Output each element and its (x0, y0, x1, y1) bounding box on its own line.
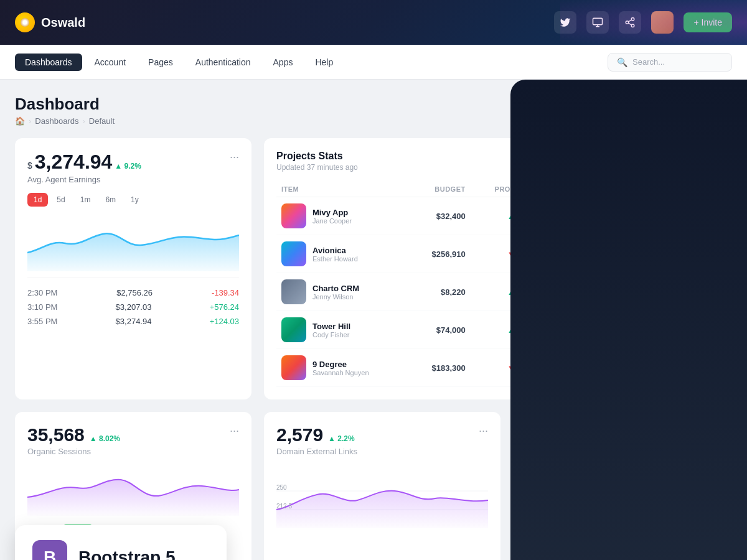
project-progress-1: ▼ 0.4% (471, 235, 541, 273)
sessions-chart (27, 466, 239, 516)
earnings-row-2: 3:10 PM $3,207.03 +576.24 (27, 300, 239, 314)
invite-button[interactable]: + Invite (684, 12, 732, 32)
earnings-label: Avg. Agent Earnings (27, 175, 141, 184)
social-type-1: Social Media (552, 514, 591, 521)
earnings-more-button[interactable]: ··· (230, 151, 239, 164)
project-thumb-1 (281, 241, 306, 266)
social-change-1: ▼ 0.4% (693, 508, 720, 517)
domain-more-button[interactable]: ··· (479, 424, 488, 437)
social-list: 🏀 Dribbble Community 579 ▲ 2.6% in Linke… (525, 464, 720, 560)
bootstrap-text: Bootstrap 5 (78, 548, 176, 560)
nav-item-account[interactable]: Account (85, 54, 136, 71)
social-type-0: Community (552, 481, 586, 488)
social-count-1: 1,088 (662, 508, 682, 518)
projects-header: Projects Stats Updated 37 minutes ago Hi… (276, 151, 720, 172)
social-text-1: Linked In Social Media (552, 505, 591, 521)
project-arrow-3[interactable]: → (685, 321, 703, 338)
svg-text:250: 250 (276, 484, 287, 491)
topbar-icon-monitor[interactable] (586, 11, 609, 34)
change-1: -139.34 (212, 288, 239, 297)
time-filter-1d[interactable]: 1d (27, 193, 48, 207)
reports-button[interactable]: Reports (682, 95, 732, 116)
col-progress: PROGRESS (471, 182, 541, 197)
project-view-3[interactable]: → (680, 311, 720, 349)
social-value: 5,037 (525, 424, 572, 446)
search-bar: 🔍 (608, 53, 732, 72)
domain-chart: 250 212.5 (276, 466, 488, 528)
nav-item-authentication[interactable]: Authentication (186, 54, 261, 71)
top-actions: + Invite (554, 11, 732, 34)
project-name-1: Avionica (312, 246, 358, 255)
navbar: Dashboards Account Pages Authentication … (0, 45, 747, 80)
nav-item-apps[interactable]: Apps (263, 54, 303, 71)
topbar-icon-share[interactable] (619, 11, 641, 34)
user-avatar[interactable] (651, 11, 674, 34)
social-more-button[interactable]: ··· (710, 424, 720, 437)
domain-info: 2,579 ▲ 2.2% Domain External Links (276, 424, 357, 456)
project-progress-4: ▼ 0.4% (471, 349, 541, 387)
value-1: $2,756.26 (116, 288, 153, 297)
social-text-0: Dribbble Community (552, 472, 586, 488)
projects-title-area: Projects Stats Updated 37 minutes ago (276, 151, 358, 172)
value-2: $3,207.03 (116, 302, 152, 312)
social-icon-2: 💬 (525, 536, 545, 556)
nav-item-help[interactable]: Help (305, 54, 343, 71)
project-name-4: 9 Degree (312, 360, 369, 369)
search-input[interactable] (632, 57, 720, 67)
logo-icon (15, 12, 35, 32)
social-text-2: Slack (552, 541, 573, 551)
earnings-data-rows: 2:30 PM $2,756.26 -139.34 3:10 PM $3,207… (27, 278, 239, 329)
col-budget: BUDGET (410, 182, 471, 197)
breadcrumb-dashboards[interactable]: Dashboards (35, 116, 78, 126)
project-person-1: Esther Howard (312, 255, 358, 263)
app-name: Oswald (41, 16, 85, 30)
sessions-change: ▲ 8.02% (90, 434, 120, 443)
project-item-4: 9 Degree Savannah Nguyen (276, 349, 410, 387)
svg-point-4 (626, 21, 629, 24)
time-2: 3:10 PM (27, 302, 57, 312)
project-arrow-4[interactable]: → (685, 359, 703, 376)
new-project-button[interactable]: New Project (608, 95, 675, 116)
domain-links-card: 2,579 ▲ 2.2% Domain External Links ··· (264, 412, 500, 560)
svg-line-6 (629, 23, 632, 25)
change-3: +124.03 (210, 317, 239, 326)
project-view-2[interactable]: → (680, 273, 720, 311)
time-filter-1y[interactable]: 1y (125, 193, 145, 207)
domain-label: Domain External Links (276, 447, 357, 456)
project-status-0: In Process (541, 197, 621, 235)
table-row: Tower Hill Cody Fisher $74,000 ▲ 9.2% Co… (276, 311, 720, 349)
value-3: $3,274.94 (116, 317, 152, 326)
project-thumb-4 (281, 355, 306, 380)
project-arrow-2[interactable]: → (685, 283, 703, 301)
time-filter-5d[interactable]: 5d (50, 193, 71, 207)
time-filter-6m[interactable]: 6m (99, 193, 122, 207)
time-filter-1m[interactable]: 1m (74, 193, 97, 207)
project-view-0[interactable]: → (680, 197, 720, 235)
nav-item-dashboards[interactable]: Dashboards (15, 54, 82, 71)
svg-rect-0 (593, 18, 603, 25)
social-label: Visits by Social Networks (525, 447, 616, 456)
project-chart-2 (621, 273, 680, 311)
topbar-icon-bird[interactable] (554, 11, 576, 34)
project-arrow-1[interactable]: → (685, 245, 703, 263)
page-title: Dashboard (15, 95, 115, 114)
page-header: Dashboard 🏠 › Dashboards › Default New P… (15, 95, 732, 126)
project-budget-3: $74,000 (410, 311, 471, 349)
project-arrow-0[interactable]: → (685, 207, 703, 225)
project-name-0: Mivy App (312, 208, 352, 217)
social-name-2: Slack (552, 541, 573, 551)
earnings-change: ▲ 9.2% (115, 162, 141, 170)
project-chart-0 (621, 197, 680, 235)
social-count-2: 794 (669, 541, 682, 551)
avatar-image (651, 11, 674, 34)
search-icon: 🔍 (617, 57, 627, 67)
nav-item-pages[interactable]: Pages (138, 54, 183, 71)
sessions-more-button[interactable]: ··· (230, 424, 239, 437)
history-button[interactable]: History (676, 151, 720, 167)
table-row: Mivy App Jane Cooper $32,400 ▲ 9.2% In P… (276, 197, 720, 235)
project-view-1[interactable]: → (680, 235, 720, 273)
projects-table: ITEM BUDGET PROGRESS STATUS CHART VIEW M… (276, 182, 720, 387)
table-row: 9 Degree Savannah Nguyen $183,300 ▼ 0.4%… (276, 349, 720, 387)
project-view-4[interactable]: → (680, 349, 720, 387)
project-chart-1 (621, 235, 680, 273)
